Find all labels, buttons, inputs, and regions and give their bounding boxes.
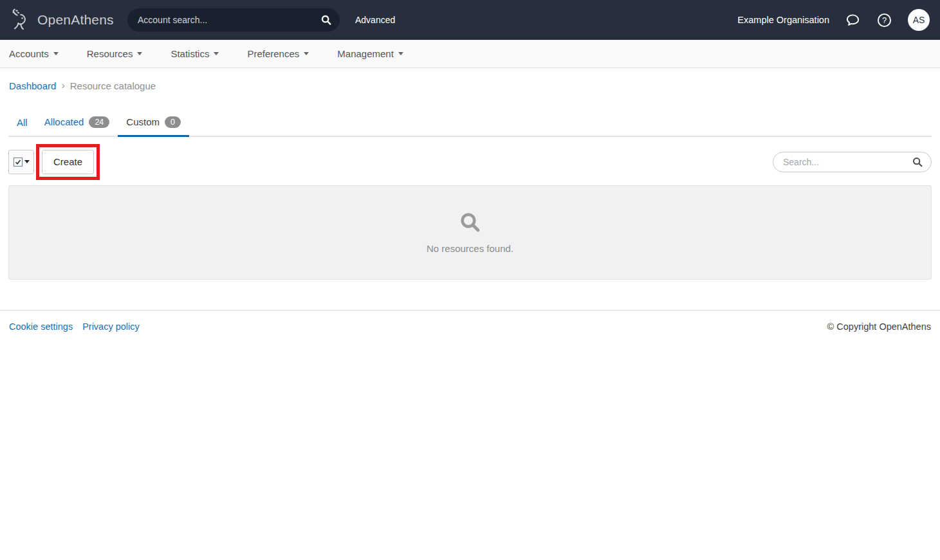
copyright-text: © Copyright OpenAthens [827, 321, 931, 332]
tab-custom[interactable]: Custom 0 [118, 110, 189, 137]
list-toolbar: Create [8, 144, 932, 180]
tab-count-badge: 24 [89, 116, 109, 128]
menu-label: Preferences [247, 48, 299, 59]
main-menubar: Accounts Resources Statistics Preference… [0, 40, 940, 68]
resource-search [773, 152, 932, 172]
account-search-input[interactable] [138, 15, 320, 25]
tab-label: Custom [126, 116, 160, 127]
menu-accounts[interactable]: Accounts [9, 48, 59, 59]
brand-name: OpenAthens [37, 12, 114, 28]
search-icon [459, 211, 482, 237]
checkbox-icon [14, 158, 23, 167]
chevron-down-icon [304, 52, 309, 55]
chevron-down-icon [137, 52, 142, 55]
organisation-name[interactable]: Example Organisation [737, 15, 829, 25]
breadcrumb: Dashboard › Resource catalogue [0, 68, 940, 91]
navbar-right: Example Organisation ? AS [737, 9, 930, 31]
user-avatar[interactable]: AS [908, 9, 930, 31]
tab-label: All [17, 117, 28, 128]
tab-count-badge: 0 [165, 116, 181, 128]
top-navbar: OpenAthens Advanced Example Organisation… [0, 0, 940, 40]
cookie-settings-link[interactable]: Cookie settings [9, 321, 73, 332]
menu-label: Statistics [170, 48, 209, 59]
annotation-highlight: Create [36, 144, 100, 180]
create-button[interactable]: Create [42, 150, 94, 174]
tab-allocated[interactable]: Allocated 24 [36, 110, 118, 137]
chevron-down-icon [24, 160, 30, 163]
svg-text:?: ? [882, 15, 887, 24]
tab-all[interactable]: All [8, 111, 36, 137]
page-footer: Cookie settings Privacy policy © Copyrig… [0, 310, 940, 332]
search-icon[interactable] [320, 14, 332, 26]
breadcrumb-dashboard[interactable]: Dashboard [9, 80, 56, 91]
empty-results-panel: No resources found. [8, 185, 932, 280]
chevron-down-icon [214, 52, 219, 55]
chat-bubble-icon[interactable] [845, 12, 861, 28]
search-icon[interactable] [912, 156, 923, 168]
resource-search-input[interactable] [783, 157, 912, 167]
menu-label: Accounts [9, 48, 49, 59]
empty-message: No resources found. [427, 243, 513, 254]
chevron-down-icon [53, 52, 59, 55]
menu-preferences[interactable]: Preferences [247, 48, 309, 59]
resource-tabs: All Allocated 24 Custom 0 [8, 110, 932, 137]
breadcrumb-current: Resource catalogue [70, 80, 156, 91]
breadcrumb-separator-icon: › [61, 80, 64, 91]
select-all-dropdown-button[interactable] [8, 150, 34, 174]
help-icon[interactable]: ? [876, 12, 892, 28]
openathens-owl-icon [10, 6, 32, 34]
menu-management[interactable]: Management [337, 48, 403, 59]
footer-links: Cookie settings Privacy policy [9, 321, 140, 332]
menu-statistics[interactable]: Statistics [170, 48, 219, 59]
menu-label: Resources [87, 48, 133, 59]
menu-resources[interactable]: Resources [87, 48, 143, 59]
privacy-policy-link[interactable]: Privacy policy [82, 321, 140, 332]
tab-label: Allocated [44, 116, 84, 127]
advanced-search-link[interactable]: Advanced [355, 15, 395, 25]
menu-label: Management [337, 48, 394, 59]
account-search [127, 8, 340, 32]
chevron-down-icon [398, 52, 403, 55]
brand[interactable]: OpenAthens [10, 6, 126, 34]
